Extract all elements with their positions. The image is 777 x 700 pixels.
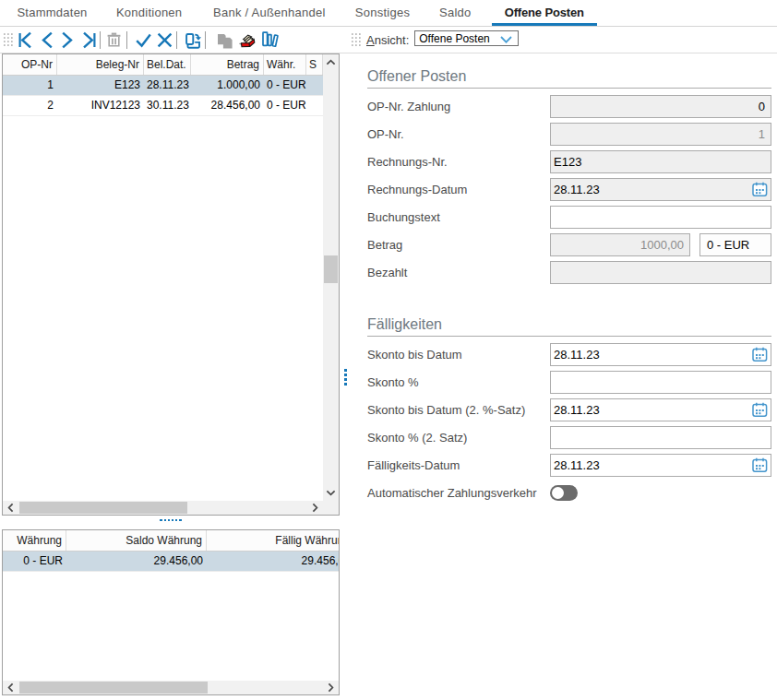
tab-bank-aussenhandel[interactable]: Bank / Außenhandel: [197, 0, 341, 26]
saldo-body: 0 - EUR29.456,0029.456,00: [3, 552, 339, 681]
nav-first-button[interactable]: [15, 29, 36, 51]
form-row: Skonto %: [367, 371, 771, 398]
toolbar: Ansicht: Offene Posten: [0, 27, 777, 53]
nav-next-button[interactable]: [57, 29, 78, 51]
buchungstext-field[interactable]: [550, 206, 771, 229]
op-nr-zahlung-field: 0: [550, 95, 771, 118]
section-title-offener-posten: Offener Posten: [367, 53, 771, 85]
open-items-cell-wahr: 0 - EUR: [264, 96, 306, 115]
rechnungs-nr-field: E123: [550, 150, 771, 173]
horizontal-scroll-thumb[interactable]: [19, 502, 187, 514]
calendar-icon[interactable]: [750, 181, 769, 198]
open-items-col-wahr[interactable]: Währ.: [264, 54, 306, 75]
skonto-2-satz-field[interactable]: [550, 426, 771, 449]
open-items-col-bel-dat[interactable]: Bel.Dat.: [144, 54, 191, 75]
scroll-left-button[interactable]: [3, 681, 18, 694]
skonto-bis-datum-2-satz-field[interactable]: 28.11.23: [550, 398, 771, 421]
field-label-skonto-bis-datum: Skonto bis Datum: [367, 343, 462, 366]
field-label-falligkeits-datum: Fälligkeits-Datum: [367, 454, 460, 477]
open-items-col-beleg-nr[interactable]: Beleg-Nr: [57, 54, 144, 75]
field-label-buchungstext: Buchungstext: [367, 206, 440, 229]
scroll-right-button[interactable]: [307, 501, 323, 515]
open-items-col-s[interactable]: S: [306, 54, 323, 75]
confirm-button[interactable]: [133, 29, 154, 51]
open-items-cell-beleg-nr: E123: [57, 76, 144, 95]
open-items-horizontal-scrollbar[interactable]: [3, 501, 323, 515]
tab-bar: StammdatenKonditionenBank / AußenhandelS…: [0, 0, 777, 27]
field-label-rechnungs-datum: Rechnungs-Datum: [367, 178, 467, 201]
open-items-header: OP-NrBeleg-NrBel.Dat.BetragWähr.S: [3, 54, 323, 76]
betrag-field: 1000,00: [550, 233, 690, 256]
tab-konditionen[interactable]: Konditionen: [101, 0, 197, 26]
saldo-col-wahrung[interactable]: Währung: [3, 530, 66, 551]
automatischer-zahlungsverkehr-toggle[interactable]: [550, 485, 578, 501]
toggle-knob: [552, 487, 564, 499]
detail-form: Offener PostenOP-Nr. Zahlung0OP-Nr.1Rech…: [367, 53, 771, 509]
form-row: Skonto % (2. Satz): [367, 426, 771, 454]
form-row: Fälligkeits-Datum28.11.23: [367, 454, 771, 481]
open-items-cell-op-nr: 2: [3, 96, 57, 115]
horizontal-scroll-thumb[interactable]: [19, 682, 208, 694]
field-label-bezahlt: Bezahlt: [367, 261, 407, 284]
tab-stammdaten[interactable]: Stammdaten: [1, 0, 102, 26]
falligkeits-datum-field[interactable]: 28.11.23: [550, 454, 771, 477]
view-toolbar-drag-handle[interactable]: [351, 32, 362, 48]
scroll-up-button[interactable]: [323, 54, 339, 70]
saldo-horizontal-scrollbar[interactable]: [3, 681, 339, 694]
calendar-icon[interactable]: [750, 401, 769, 419]
toolbar-drag-handle[interactable]: [3, 32, 14, 48]
nav-next-icon: [59, 31, 77, 49]
saldo-col-fallig-wahrung[interactable]: Fällig Währung: [207, 530, 339, 551]
horizontal-splitter[interactable]: [2, 516, 340, 525]
field-label-betrag: Betrag: [367, 233, 402, 256]
nav-first-icon: [17, 31, 34, 49]
field-label-rechnungs-nr: Rechnungs-Nr.: [367, 150, 448, 173]
scroll-left-button[interactable]: [3, 501, 18, 515]
open-items-vertical-scrollbar[interactable]: [323, 54, 339, 501]
saldo-cell-saldo-wahrung: 29.456,00: [66, 552, 207, 571]
tab-offene-posten[interactable]: Offene Posten: [492, 0, 597, 26]
saldo-cell-fallig-wahrung: 29.456,00: [207, 552, 339, 571]
saldo-table: WährungSaldo WährungFällig Währung0 - EU…: [2, 529, 340, 695]
section-rows: OP-Nr. Zahlung0OP-Nr.1Rechnungs-Nr.E123R…: [367, 95, 771, 289]
nav-last-button[interactable]: [78, 29, 100, 51]
open-items-body: 1E12328.11.231.000,000 - EUR2INV1212330.…: [3, 76, 323, 501]
library-button[interactable]: [260, 29, 281, 51]
open-items-col-betrag[interactable]: Betrag: [191, 54, 264, 75]
scroll-right-button[interactable]: [323, 681, 339, 694]
field-label-skonto-2-satz: Skonto % (2. Satz): [367, 426, 467, 449]
field-label-skonto-bis-datum-2-satz: Skonto bis Datum (2. %-Satz): [367, 398, 525, 421]
calendar-icon[interactable]: [750, 346, 769, 363]
check-icon: [135, 31, 152, 49]
skonto-field[interactable]: [550, 371, 771, 394]
saldo-row[interactable]: 0 - EUR29.456,0029.456,00: [3, 552, 339, 572]
view-select[interactable]: Offene Posten: [414, 30, 519, 46]
open-items-row[interactable]: 2INV1212330.11.2328.456,000 - EUR: [3, 96, 323, 116]
tab-saldo[interactable]: Saldo: [424, 0, 487, 26]
open-items-col-op-nr[interactable]: OP-Nr: [3, 54, 57, 75]
card-index-button[interactable]: [237, 29, 258, 51]
section-rows: Skonto bis Datum28.11.23Skonto %Skonto b…: [367, 343, 771, 509]
tab-sonstiges[interactable]: Sonstiges: [340, 0, 425, 26]
open-items-row[interactable]: 1E12328.11.231.000,000 - EUR: [3, 76, 323, 96]
nav-previous-button[interactable]: [36, 29, 57, 51]
x-icon: [156, 31, 173, 49]
open-items-cell-bel-dat: 28.11.23: [144, 76, 191, 95]
form-row: Rechnungs-Datum28.11.23: [367, 178, 771, 206]
saldo-header: WährungSaldo WährungFällig Währung: [3, 530, 339, 552]
skonto-bis-datum-field[interactable]: 28.11.23: [550, 343, 771, 366]
cancel-button[interactable]: [154, 29, 175, 51]
saldo-col-saldo-wahrung[interactable]: Saldo Währung: [66, 530, 207, 551]
vertical-scroll-thumb[interactable]: [324, 255, 338, 283]
scroll-down-button[interactable]: [323, 485, 339, 501]
form-row: Rechnungs-Nr.E123: [367, 150, 771, 178]
post-arrow-icon: [184, 30, 202, 49]
calendar-icon[interactable]: [750, 457, 769, 474]
post-button[interactable]: [182, 29, 203, 51]
field-label-skonto: Skonto %: [367, 371, 419, 394]
toolbar-separator: [176, 31, 177, 49]
form-row: OP-Nr.1: [367, 123, 771, 150]
open-items-table: OP-NrBeleg-NrBel.Dat.BetragWähr.S1E12328…: [2, 53, 340, 516]
open-items-cell-betrag: 1.000,00: [191, 76, 264, 95]
vertical-splitter[interactable]: [341, 54, 351, 516]
